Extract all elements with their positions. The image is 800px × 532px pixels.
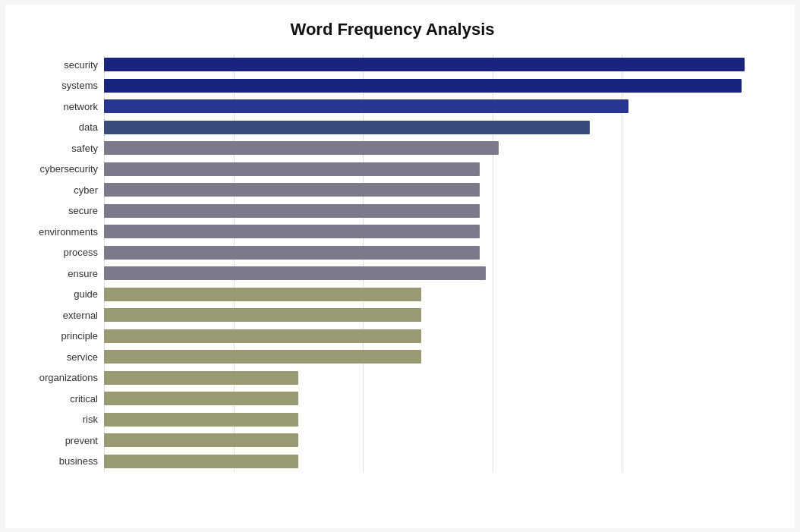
bar <box>104 204 480 218</box>
bar <box>104 141 499 155</box>
y-axis-label: network <box>20 102 98 112</box>
bar <box>104 58 745 71</box>
y-axis-label: guide <box>20 289 98 299</box>
bar <box>104 246 480 260</box>
y-axis-label: external <box>20 310 98 320</box>
bar <box>104 288 421 301</box>
y-axis-label: business <box>20 456 98 466</box>
bar-row <box>104 98 764 115</box>
y-axis-label: safety <box>20 143 98 153</box>
bar-row <box>104 56 764 73</box>
bar-row <box>104 286 764 303</box>
bar <box>104 225 480 238</box>
y-axis-label: cyber <box>20 185 98 195</box>
y-axis-label: ensure <box>20 269 98 279</box>
y-axis-label: principle <box>20 331 98 341</box>
bar <box>104 266 486 280</box>
bar-row <box>104 119 764 136</box>
bar <box>104 433 298 447</box>
bar <box>104 121 590 134</box>
bar-row <box>104 140 764 156</box>
grid-line <box>104 55 105 472</box>
y-axis: securitysystemsnetworkdatasafetycybersec… <box>20 55 104 472</box>
bar-row <box>104 411 764 428</box>
grid-line <box>622 55 622 472</box>
bars-area <box>104 55 764 472</box>
bar-row <box>104 432 764 449</box>
y-axis-label: secure <box>20 206 98 216</box>
chart-area: securitysystemsnetworkdatasafetycybersec… <box>20 55 764 472</box>
bar <box>104 455 298 468</box>
bar-row <box>104 328 764 345</box>
bar <box>104 79 742 93</box>
bar-row <box>104 203 764 219</box>
bar <box>104 413 298 427</box>
y-axis-label: service <box>20 352 98 362</box>
y-axis-label: environments <box>20 227 98 237</box>
bar <box>104 350 421 364</box>
bar <box>104 99 628 113</box>
y-axis-label: risk <box>20 414 98 424</box>
bar-row <box>104 161 764 178</box>
bar-row <box>104 390 764 407</box>
bar-row <box>104 370 764 386</box>
bar <box>104 183 480 197</box>
grid-line <box>234 55 235 472</box>
bar-row <box>104 244 764 261</box>
grid-line <box>363 55 364 472</box>
y-axis-label: systems <box>20 80 98 90</box>
bar-row <box>104 181 764 198</box>
grid-lines <box>104 55 764 472</box>
chart-title: Word Frequency Analysis <box>20 20 764 39</box>
y-axis-label: data <box>20 122 98 132</box>
bar <box>104 308 421 322</box>
bar <box>104 162 480 176</box>
bar-row <box>104 223 764 240</box>
bar-row <box>104 265 764 282</box>
grid-line <box>493 55 493 472</box>
y-axis-label: prevent <box>20 436 98 445</box>
bar <box>104 371 298 385</box>
bar <box>104 329 421 343</box>
bar <box>104 392 298 405</box>
chart-container: Word Frequency Analysis securitysystemsn… <box>5 5 795 528</box>
y-axis-label: cybersecurity <box>20 164 98 174</box>
bar-row <box>104 307 764 323</box>
bar-row <box>104 77 764 94</box>
bar-row <box>104 453 764 470</box>
y-axis-label: organizations <box>20 373 98 382</box>
y-axis-label: security <box>20 60 98 70</box>
bar-row <box>104 348 764 365</box>
y-axis-label: critical <box>20 394 98 404</box>
y-axis-label: process <box>20 247 98 257</box>
